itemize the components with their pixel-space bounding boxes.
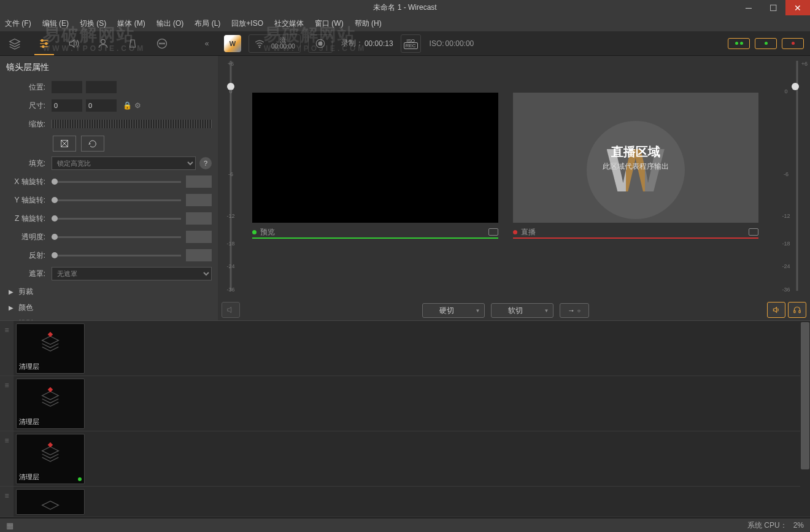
reflect-value[interactable] — [186, 249, 212, 261]
size-h-input[interactable] — [86, 99, 117, 112]
layer-shot-4[interactable] — [16, 489, 85, 515]
layer-row-2: ≡ 清理层 — [0, 376, 810, 431]
preview-monitor-icon[interactable] — [488, 228, 498, 236]
preview-dot-icon — [252, 230, 256, 234]
cut-button[interactable]: 硬切▼ — [422, 303, 485, 318]
menu-output[interactable]: 输出 (O) — [156, 18, 184, 29]
position-label: 位置: — [6, 82, 45, 93]
svg-point-15 — [318, 42, 322, 45]
scale-label: 缩放: — [6, 119, 45, 129]
menubar: 文件 (F) 编辑 (E) 切换 (S) 媒体 (M) 输出 (O) 布局 (L… — [0, 15, 810, 31]
smooth-button[interactable]: 软切▼ — [491, 303, 554, 318]
size-w-input[interactable] — [52, 99, 82, 112]
yrot-slider[interactable] — [52, 199, 181, 201]
layer-handle-icon[interactable]: ≡ — [0, 431, 14, 486]
speaker-button-right[interactable] — [767, 302, 785, 318]
layer-handle-icon[interactable]: ≡ — [0, 321, 14, 376]
shot-label: 清理层 — [19, 472, 39, 482]
live-canvas[interactable]: 直播区域 此区域代表程序输出 — [513, 93, 759, 223]
record-control[interactable] — [308, 34, 333, 53]
menu-file[interactable]: 文件 (F) — [5, 18, 31, 29]
iso-time: 00:00:00 — [446, 39, 474, 48]
yrot-value[interactable] — [186, 194, 212, 206]
layer-shot-1[interactable]: 清理层 — [16, 323, 85, 374]
help-icon[interactable]: ? — [199, 157, 212, 169]
crop-tab-icon[interactable] — [118, 31, 147, 55]
headphones-button[interactable] — [788, 302, 806, 318]
stream-control[interactable]: 流 00:00:00 — [249, 34, 301, 53]
svg-marker-7 — [69, 40, 74, 47]
person-tab-icon[interactable] — [88, 31, 118, 55]
live-subtitle: 此区域代表程序输出 — [603, 161, 669, 172]
notes-icon[interactable]: ▦ — [6, 521, 14, 530]
close-button[interactable]: ✕ — [785, 0, 810, 15]
menu-edit[interactable]: 编辑 (E) — [42, 18, 69, 29]
gear-icon[interactable]: ⚙ — [134, 101, 141, 110]
opacity-slider[interactable] — [52, 236, 181, 238]
mask-select[interactable]: 无遮罩 — [52, 267, 212, 280]
live-monitor-icon[interactable] — [749, 228, 758, 236]
more-tab-icon[interactable] — [147, 31, 177, 55]
menu-layout[interactable]: 布局 (L) — [195, 18, 220, 29]
reset-scale-button[interactable] — [53, 136, 76, 152]
cpu-label: 系统 CPU： — [747, 521, 787, 530]
iso-control[interactable]: ISOREC — [401, 34, 421, 53]
active-dot-icon — [78, 477, 82, 481]
svg-marker-23 — [42, 336, 59, 344]
layer-shot-3[interactable]: 清理层 — [16, 434, 85, 484]
live-label: 直播 — [521, 227, 536, 237]
reflect-slider[interactable] — [52, 255, 181, 256]
layer-handle-icon[interactable]: ≡ — [0, 487, 14, 517]
opacity-label: 透明度: — [6, 232, 45, 242]
menu-playback[interactable]: 回放+ISO — [231, 18, 263, 29]
scale-slider[interactable] — [52, 120, 212, 128]
stack-icon — [40, 334, 60, 353]
color-section[interactable]: ▶颜色 — [6, 301, 212, 314]
crop-section[interactable]: ▶剪裁 — [6, 285, 212, 298]
layer-shot-2[interactable]: 清理层 — [16, 379, 85, 429]
zrot-slider[interactable] — [52, 218, 181, 220]
shot-label: 清理层 — [19, 362, 39, 371]
indicator-red[interactable] — [782, 38, 804, 49]
svg-point-10 — [160, 43, 161, 44]
menu-switch[interactable]: 切换 (S) — [80, 18, 106, 29]
minimize-button[interactable]: ─ — [736, 0, 761, 15]
svg-point-12 — [164, 43, 165, 44]
layers-panel: ≡ 清理层 ≡ 清理层 ≡ 清理层 ≡ — [0, 320, 810, 518]
preview-label: 预览 — [260, 227, 275, 237]
svg-marker-19 — [228, 307, 231, 312]
maximize-button[interactable]: ☐ — [761, 0, 785, 15]
position-y-input[interactable] — [86, 81, 117, 93]
collapse-panel-icon[interactable]: « — [199, 39, 214, 48]
adjust-tab-icon[interactable] — [29, 31, 59, 55]
fill-select[interactable]: 锁定高宽比 — [52, 156, 196, 170]
layer-handle-icon[interactable]: ≡ — [0, 376, 14, 431]
indicator-green-1[interactable] — [728, 38, 750, 49]
lock-icon[interactable]: 🔒 — [123, 101, 132, 110]
cpu-value: 2% — [793, 521, 804, 530]
reset-rotation-button[interactable] — [81, 136, 104, 152]
indicator-green-2[interactable] — [755, 38, 777, 49]
opacity-value[interactable] — [186, 231, 212, 243]
xrot-slider[interactable] — [52, 181, 181, 183]
menu-social[interactable]: 社交媒体 — [274, 18, 304, 29]
layers-scrollbar[interactable] — [800, 322, 810, 517]
layers-tab-icon[interactable] — [0, 31, 29, 55]
menu-window[interactable]: 窗口 (W) — [315, 18, 344, 29]
xrot-value[interactable] — [186, 175, 212, 188]
svg-rect-21 — [794, 310, 795, 313]
go-button[interactable]: → ○ — [560, 303, 589, 318]
reflect-label: 反射: — [6, 250, 45, 261]
speaker-button-left[interactable] — [222, 302, 240, 318]
menu-media[interactable]: 媒体 (M) — [117, 18, 145, 29]
position-x-input[interactable] — [52, 81, 82, 93]
properties-panel: 镜头层属性 位置: 尺寸:🔒⚙ 缩放: 填充:锁定高宽比? X 轴旋转: Y 轴… — [0, 56, 218, 320]
audio-tab-icon[interactable] — [59, 31, 88, 55]
panel-title: 镜头层属性 — [6, 62, 212, 73]
zrot-value[interactable] — [186, 212, 212, 225]
preview-canvas[interactable] — [252, 93, 498, 223]
menu-help[interactable]: 帮助 (H) — [355, 18, 382, 29]
toolbar: « W 流 00:00:00 录制： 00:00:13 ISOREC ISO: … — [0, 31, 810, 56]
record-label: 录制： — [341, 38, 363, 48]
audio-meter-left: +6 0 -6 -12 -18 -24 -36 — [218, 56, 244, 320]
